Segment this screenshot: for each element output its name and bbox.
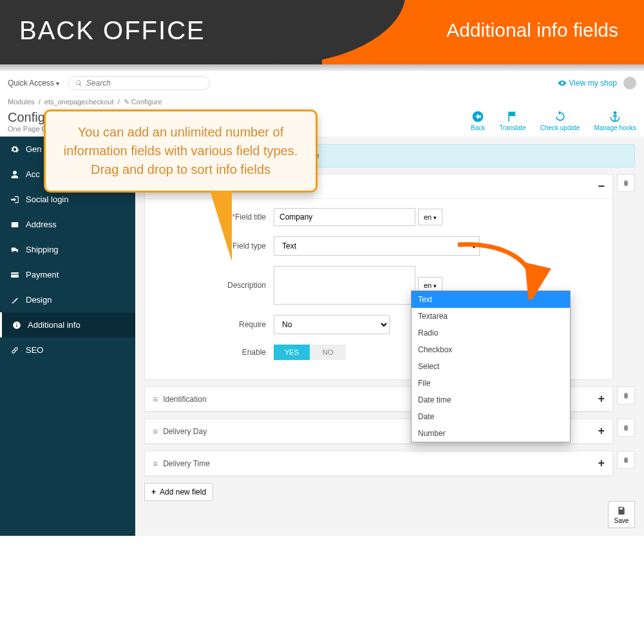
sidebar-item-address[interactable]: Address xyxy=(0,212,135,237)
sidebar-item-label: SEO xyxy=(26,345,43,355)
search-box[interactable] xyxy=(68,76,210,90)
dropdown-option[interactable]: Radio xyxy=(412,325,570,341)
expand-button[interactable]: + xyxy=(598,457,605,470)
drag-handle-icon[interactable]: ≡ xyxy=(153,426,158,437)
anchor-icon xyxy=(609,110,621,123)
save-icon xyxy=(616,506,627,516)
top-toolbar: Quick Access View my shop xyxy=(0,71,644,95)
textarea-description[interactable] xyxy=(274,266,415,305)
expand-button[interactable]: + xyxy=(598,392,605,406)
sidebar-item-label: Shipping xyxy=(26,245,59,254)
back-button[interactable]: Back xyxy=(471,110,485,133)
delete-button[interactable] xyxy=(617,451,635,469)
delete-button[interactable] xyxy=(617,419,635,437)
add-field-label: Add new field xyxy=(160,488,206,497)
sidebar-item-label: Acc xyxy=(26,169,40,179)
input-field-title[interactable] xyxy=(274,208,415,226)
translate-label: Translate xyxy=(499,124,526,131)
select-require[interactable]: No xyxy=(274,315,390,334)
sidebar-item-shipping[interactable]: Shipping xyxy=(0,237,135,262)
dropdown-option[interactable]: Text xyxy=(412,291,570,308)
toggle-yes[interactable]: YES xyxy=(274,345,310,360)
refresh-icon xyxy=(554,110,567,123)
quick-access-menu[interactable]: Quick Access xyxy=(8,79,59,88)
view-shop-link[interactable]: View my shop xyxy=(558,79,617,88)
promo-banner: BACK OFFICE Additional info fields xyxy=(0,0,644,71)
sidebar-item-payment[interactable]: Payment xyxy=(0,262,135,287)
sidebar-item-label: Social login xyxy=(26,194,69,204)
credit-card-icon xyxy=(10,270,19,279)
help-callout: You can add an unlimited number of infor… xyxy=(44,109,317,193)
field-type-dropdown[interactable]: TextTextareaRadioCheckboxSelectFileDate … xyxy=(411,290,571,442)
dropdown-option[interactable]: File xyxy=(412,375,570,392)
page-title: Config xyxy=(8,110,47,125)
add-field-button[interactable]: Add new field xyxy=(144,483,213,501)
dropdown-option[interactable]: Textarea xyxy=(412,308,570,325)
dropdown-option[interactable]: Date time xyxy=(412,392,570,408)
drag-handle-icon[interactable]: ≡ xyxy=(153,394,158,404)
page-subtitle: One Page C xyxy=(8,125,47,133)
collapse-button[interactable]: − xyxy=(598,180,605,193)
dropdown-option[interactable]: Number xyxy=(412,425,570,442)
label-require: Require xyxy=(158,320,274,329)
panel-title: Delivery Day xyxy=(163,427,207,436)
sidebar-item-label: Gen xyxy=(26,144,42,154)
login-icon xyxy=(10,195,19,204)
lang-selector[interactable]: en xyxy=(418,209,442,225)
user-avatar[interactable] xyxy=(623,77,636,90)
save-button[interactable]: Save xyxy=(608,501,635,528)
sidebar-item-design[interactable]: Design xyxy=(0,287,135,312)
trash-icon xyxy=(622,456,630,464)
check-update-button[interactable]: Check update xyxy=(540,110,580,133)
trash-icon xyxy=(622,179,630,187)
sidebar-item-seo[interactable]: SEO xyxy=(0,337,135,363)
panel-title: Identification xyxy=(163,395,206,404)
sidebar-item-label: Design xyxy=(26,295,52,305)
flag-icon xyxy=(506,110,519,123)
delete-company-button[interactable] xyxy=(617,174,635,192)
drag-handle-icon[interactable]: ≡ xyxy=(153,459,158,469)
hooks-label: Manage hooks xyxy=(594,124,636,131)
trash-icon xyxy=(622,424,630,431)
toggle-enable[interactable]: YES NO xyxy=(274,345,346,360)
banner-title-right: Additional info fields xyxy=(446,19,618,41)
eye-icon xyxy=(558,79,567,88)
gear-icon xyxy=(10,145,19,154)
search-input[interactable] xyxy=(86,79,203,88)
trash-icon xyxy=(622,392,630,399)
delete-button[interactable] xyxy=(617,386,635,404)
crumb-configure[interactable]: Configure xyxy=(131,98,162,106)
search-icon xyxy=(75,79,82,87)
dropdown-option[interactable]: Checkbox xyxy=(412,341,570,358)
sidebar-item-additional-info[interactable]: Additional info xyxy=(0,312,135,337)
brush-icon xyxy=(10,296,19,305)
link-icon xyxy=(10,346,19,355)
save-label: Save xyxy=(614,517,629,524)
crumb-module[interactable]: ets_onepagecheckout xyxy=(44,98,114,106)
sidebar-item-label: Payment xyxy=(26,270,59,279)
panel-collapsed: ≡Delivery Time+ xyxy=(144,451,613,477)
toggle-no[interactable]: NO xyxy=(310,345,346,360)
sidebar-item-label: Address xyxy=(26,220,57,229)
banner-title-left: BACK OFFICE xyxy=(19,16,205,45)
truck-icon xyxy=(10,245,19,254)
label-enable: Enable xyxy=(158,348,274,357)
callout-text: You can add an unlimited number of infor… xyxy=(64,125,298,176)
check-label: Check update xyxy=(540,124,580,131)
crumb-modules[interactable]: Modules xyxy=(8,98,35,106)
sidebar: Gen Acc Social login Address Shipping Pa… xyxy=(0,137,135,536)
dropdown-option[interactable]: Select xyxy=(412,358,570,375)
info-icon xyxy=(12,321,21,330)
back-icon xyxy=(471,110,484,123)
card-icon xyxy=(10,220,19,229)
user-icon xyxy=(10,170,19,179)
expand-button[interactable]: + xyxy=(598,424,605,438)
manage-hooks-button[interactable]: Manage hooks xyxy=(594,110,636,133)
panel-head[interactable]: ≡Delivery Time+ xyxy=(145,451,612,476)
translate-button[interactable]: Translate xyxy=(499,110,526,133)
app: Quick Access View my shop Modules / ets_… xyxy=(0,71,644,536)
select-field-type[interactable]: Text xyxy=(274,236,480,256)
view-shop-label: View my shop xyxy=(569,79,617,88)
back-label: Back xyxy=(471,124,485,131)
dropdown-option[interactable]: Date xyxy=(412,408,570,425)
